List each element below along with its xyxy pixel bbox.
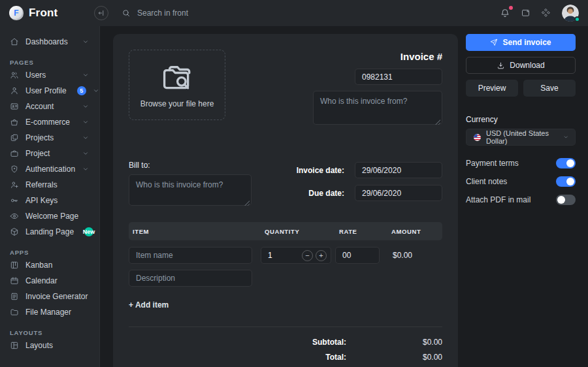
user-icon — [10, 86, 19, 95]
send-invoice-label: Send invoice — [502, 38, 551, 47]
sidebar-item-label: E-commerce — [25, 118, 70, 127]
add-item-button[interactable]: + Add item — [129, 300, 169, 310]
dropzone-label: Browse your file here — [140, 99, 214, 108]
due-date-label: Due date: — [308, 189, 344, 198]
sidebar-item-dashboards[interactable]: Dashboards — [0, 34, 99, 50]
sidebar-item-label: Projects — [25, 133, 54, 142]
total-value: $0.00 — [346, 353, 442, 362]
copy-icon — [10, 133, 19, 142]
bell-icon — [500, 8, 510, 18]
col-header-quantity: QUANTITY — [261, 228, 335, 235]
search-input[interactable] — [137, 8, 235, 18]
sidebar-section-layouts: LAYOUTS — [10, 329, 99, 336]
chevron-down-icon — [82, 150, 89, 157]
us-flag-icon — [473, 133, 482, 142]
avatar[interactable] — [562, 5, 579, 22]
sidebar-item-ecommerce[interactable]: E-commerce — [0, 114, 99, 130]
sidebar-item-label: File Manager — [25, 308, 71, 317]
key-icon — [10, 196, 19, 205]
attach-pdf-row: Attach PDF in mail — [466, 195, 576, 205]
invoice-card: Browse your file here Invoice # Bill to:… — [113, 34, 458, 367]
client-notes-label: Client notes — [466, 177, 507, 186]
brand[interactable]: F Front — [9, 6, 88, 20]
quantity-value[interactable]: 1 — [268, 251, 299, 260]
download-button[interactable]: Download — [466, 57, 576, 74]
invoice-date-input[interactable] — [355, 162, 442, 178]
apps-button[interactable] — [540, 8, 551, 18]
bill-to-textarea[interactable] — [129, 174, 252, 206]
quantity-decrease-button[interactable]: − — [302, 250, 313, 261]
sidebar: Dashboards PAGES Users User Profile 5 Ac… — [0, 26, 100, 367]
main-content: Browse your file here Invoice # Bill to:… — [101, 26, 588, 367]
sidebar-item-projects[interactable]: Projects — [0, 130, 99, 146]
payment-terms-row: Payment terms — [466, 158, 576, 168]
chevron-down-icon — [82, 119, 89, 125]
online-status-dot — [574, 16, 580, 22]
window-icon — [521, 8, 531, 18]
sidebar-item-invoice-generator[interactable]: Invoice Generator — [0, 289, 99, 304]
download-icon — [497, 61, 505, 70]
front-logo-icon: F — [9, 6, 24, 20]
kanban-icon — [10, 261, 19, 270]
sidebar-item-label: Authentication — [25, 165, 75, 174]
sidebar-item-calendar[interactable]: Calendar — [0, 273, 99, 289]
client-notes-toggle[interactable] — [556, 176, 576, 187]
sidebar-item-authentication[interactable]: Authentication — [0, 161, 99, 177]
invoice-from-textarea[interactable] — [313, 91, 442, 125]
brand-initial: F — [14, 8, 18, 18]
currency-select[interactable]: USD (United States Dollar) — [466, 129, 576, 146]
sidebar-item-referrals[interactable]: Referrals — [0, 177, 99, 193]
sidebar-item-label: User Profile — [25, 86, 67, 95]
sidebar-item-label: Account — [25, 102, 54, 111]
preview-button[interactable]: Preview — [466, 80, 518, 97]
sidebar-item-label: Welcome Page — [25, 212, 78, 221]
sidebar-item-label: Dashboards — [25, 37, 68, 46]
bill-to-label: Bill to: — [129, 161, 252, 170]
quantity-stepper: 1 − + — [261, 247, 331, 264]
sidebar-item-layouts[interactable]: Layouts — [0, 338, 99, 353]
action-panel: Send invoice Download Preview Save Curre… — [466, 34, 576, 367]
attach-pdf-label: Attach PDF in mail — [466, 195, 531, 204]
chevron-down-icon — [82, 166, 89, 172]
sidebar-item-users[interactable]: Users — [0, 67, 99, 83]
chevron-down-icon — [82, 72, 89, 78]
mini-window-button[interactable] — [520, 8, 531, 18]
new-badge: New — [84, 227, 93, 236]
chevron-down-icon — [93, 88, 99, 94]
item-name-input[interactable] — [129, 247, 252, 264]
save-button[interactable]: Save — [523, 80, 576, 97]
sidebar-item-label: Project — [25, 149, 50, 158]
receipt-icon — [10, 292, 19, 301]
layout-icon — [10, 341, 19, 350]
rate-input[interactable] — [335, 247, 380, 264]
sidebar-item-user-profile[interactable]: User Profile 5 — [0, 83, 99, 99]
file-dropzone[interactable]: Browse your file here — [129, 50, 225, 120]
sidebar-item-project[interactable]: Project — [0, 146, 99, 161]
attach-pdf-toggle[interactable] — [556, 195, 576, 205]
sidebar-item-landing-page[interactable]: Landing Page New — [0, 224, 99, 240]
folder-icon — [10, 308, 19, 317]
sidebar-item-kanban[interactable]: Kanban — [0, 257, 99, 273]
notification-dot — [509, 6, 513, 10]
paper-plane-icon — [490, 39, 498, 46]
minus-icon: − — [305, 252, 309, 259]
description-input[interactable] — [129, 270, 252, 287]
notifications-button[interactable] — [500, 8, 510, 18]
sidebar-item-label: Landing Page — [25, 227, 74, 236]
calendar-icon — [10, 276, 19, 285]
quantity-increase-button[interactable]: + — [316, 250, 327, 261]
sidebar-item-welcome-page[interactable]: Welcome Page — [0, 208, 99, 224]
users-icon — [10, 71, 19, 80]
item-row: 1 − + $0.00 — [129, 247, 442, 264]
user-plus-icon — [10, 180, 19, 189]
sidebar-collapse-button[interactable] — [94, 6, 108, 20]
payment-terms-toggle[interactable] — [556, 158, 576, 168]
invoice-number-input[interactable] — [355, 69, 442, 85]
send-invoice-button[interactable]: Send invoice — [466, 34, 576, 51]
sidebar-item-file-manager[interactable]: File Manager — [0, 304, 99, 320]
sidebar-item-label: Calendar — [25, 276, 57, 285]
sidebar-item-account[interactable]: Account — [0, 99, 99, 114]
due-date-input[interactable] — [355, 185, 442, 201]
sidebar-item-api-keys[interactable]: API Keys — [0, 193, 99, 208]
items-table-header: ITEM QUANTITY RATE AMOUNT — [129, 222, 442, 240]
